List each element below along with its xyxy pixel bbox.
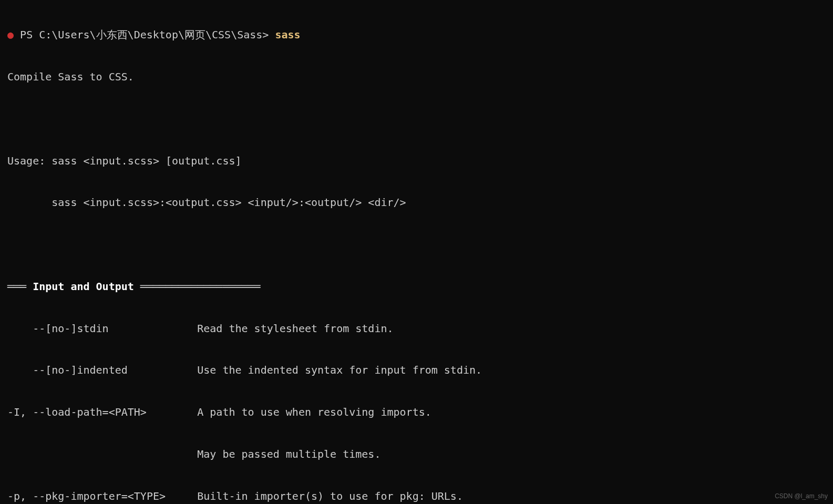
usage-line-1: sass <input.scss>:<output.css> <input/>:… <box>7 196 826 210</box>
section-header-io: ═══ Input and Output ═══════════════════ <box>7 280 826 294</box>
section-title-io: Input and Output <box>33 280 134 293</box>
io-row: May be passed multiple times. <box>7 447 826 461</box>
io-row: --[no-]stdin Read the stylesheet from st… <box>7 322 826 336</box>
blank-line <box>7 238 826 252</box>
status-dot-icon: ● <box>7 28 14 41</box>
entered-command: sass <box>275 28 300 41</box>
prompt-path: C:\Users\小东西\Desktop\网页\CSS\Sass> <box>39 28 269 41</box>
io-row: -I, --load-path=<PATH> A path to use whe… <box>7 405 826 419</box>
intro-line: Compile Sass to CSS. <box>7 70 826 84</box>
prompt-ps: PS <box>20 28 33 41</box>
terminal-output[interactable]: ● PS C:\Users\小东西\Desktop\网页\CSS\Sass> s… <box>0 0 833 504</box>
io-row: -p, --pkg-importer=<TYPE> Built-in impor… <box>7 489 826 503</box>
io-row: --[no-]indented Use the indented syntax … <box>7 363 826 377</box>
usage-line-0: Usage: sass <input.scss> [output.css] <box>7 154 826 168</box>
blank-line <box>7 112 826 126</box>
prompt-line: ● PS C:\Users\小东西\Desktop\网页\CSS\Sass> s… <box>7 28 826 42</box>
